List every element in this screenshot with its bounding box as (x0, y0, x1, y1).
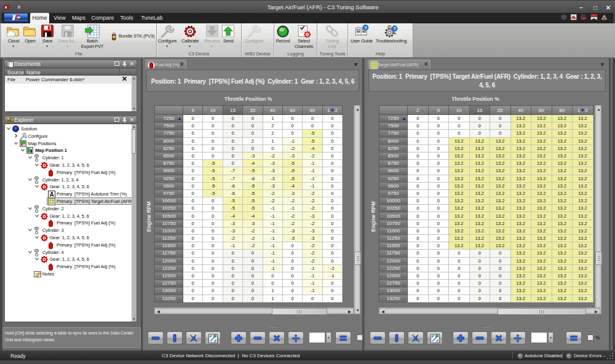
svg-text:?: ? (364, 25, 367, 31)
svg-text:?: ? (393, 26, 395, 31)
